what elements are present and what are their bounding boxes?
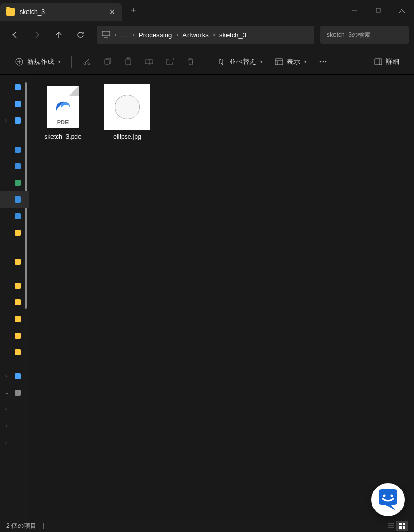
statusbar: 2 個の項目 |	[0, 520, 414, 532]
chevron-right-icon: ›	[5, 440, 7, 445]
sidebar-item[interactable]	[0, 294, 29, 311]
chevron-down-icon: ▾	[58, 59, 61, 64]
sidebar-item[interactable]	[0, 277, 29, 294]
chevron-right-icon: ›	[5, 407, 7, 412]
svg-rect-12	[126, 59, 131, 65]
new-label: 新規作成	[27, 57, 54, 66]
file-thumbnail: PDE	[40, 84, 86, 130]
search-input[interactable]: sketch_3の検索	[320, 26, 409, 44]
svg-point-10	[88, 63, 90, 65]
sidebar-item[interactable]	[0, 311, 29, 327]
svg-rect-30	[403, 526, 405, 529]
breadcrumb-item[interactable]: Processing	[139, 31, 172, 39]
details-view-button[interactable]	[385, 521, 396, 531]
close-window-button[interactable]	[390, 0, 414, 21]
sidebar-item[interactable]	[0, 327, 29, 344]
pde-file-icon: PDE	[47, 86, 79, 128]
file-content-area[interactable]: PDE sketch_3.pde ellipse.jpg	[29, 75, 414, 520]
file-item-image[interactable]: ellipse.jpg	[100, 81, 155, 143]
navigation-sidebar[interactable]: › › ⌄ › › ›	[0, 75, 29, 520]
sidebar-item[interactable]	[0, 141, 29, 158]
new-tab-button[interactable]: +	[122, 0, 145, 21]
chevron-down-icon: ▾	[260, 59, 263, 64]
sidebar-item[interactable]: ›	[0, 418, 29, 434]
sidebar-item[interactable]	[0, 254, 29, 270]
pc-icon	[102, 31, 110, 39]
sidebar-item[interactable]	[0, 175, 29, 191]
refresh-button[interactable]	[71, 25, 90, 44]
file-name: sketch_3.pde	[44, 133, 81, 140]
divider	[71, 56, 72, 68]
svg-point-21	[325, 61, 327, 62]
assistant-badge[interactable]	[371, 483, 405, 516]
image-thumbnail	[104, 84, 150, 130]
sidebar-item[interactable]	[0, 79, 29, 96]
cut-button[interactable]	[77, 53, 97, 71]
sidebar-item[interactable]	[0, 224, 29, 241]
svg-rect-16	[275, 59, 283, 65]
view-label: 表示	[287, 57, 300, 66]
search-placeholder: sketch_3の検索	[327, 31, 370, 39]
svg-point-31	[383, 495, 386, 497]
chevron-right-icon: ›	[5, 423, 7, 429]
sidebar-item[interactable]: ⌄	[0, 384, 29, 401]
forward-button[interactable]	[27, 25, 47, 44]
breadcrumb-overflow[interactable]: …	[121, 31, 128, 39]
sidebar-item[interactable]: ›	[0, 434, 29, 451]
svg-rect-22	[375, 59, 382, 65]
sort-button[interactable]: 並べ替え ▾	[211, 53, 268, 71]
sidebar-item[interactable]: ›	[0, 401, 29, 418]
toolbar: 新規作成 ▾ 並べ替え ▾ 表示 ▾ 詳細	[0, 49, 414, 75]
details-pane-button[interactable]: 詳細	[368, 53, 405, 71]
delete-button[interactable]	[181, 53, 201, 71]
file-name: ellipse.jpg	[113, 133, 141, 140]
sidebar-item[interactable]	[0, 96, 29, 112]
chevron-right-icon: ›	[213, 31, 215, 38]
view-button[interactable]: 表示 ▾	[269, 53, 312, 71]
main-area: › › ⌄ › › › PD	[0, 75, 414, 520]
new-button[interactable]: 新規作成 ▾	[9, 53, 66, 71]
chevron-right-icon: ›	[132, 31, 135, 38]
sidebar-item[interactable]	[0, 208, 29, 224]
item-count: 2 個の項目	[6, 522, 36, 530]
paste-button[interactable]	[118, 53, 138, 71]
chevron-down-icon: ▾	[304, 59, 307, 64]
chevron-right-icon: ›	[114, 31, 116, 38]
sidebar-item[interactable]	[0, 158, 29, 175]
titlebar: sketch_3 ✕ +	[0, 0, 414, 21]
close-tab-icon[interactable]: ✕	[109, 8, 115, 16]
svg-point-32	[391, 495, 393, 497]
sidebar-item[interactable]	[0, 344, 29, 361]
more-button[interactable]	[313, 53, 333, 71]
file-item-pde[interactable]: PDE sketch_3.pde	[35, 81, 90, 143]
file-type-label: PDE	[47, 119, 79, 125]
chevron-down-icon: ⌄	[5, 390, 9, 395]
sidebar-item[interactable]	[0, 191, 29, 208]
svg-rect-4	[102, 31, 110, 36]
rename-button[interactable]	[139, 53, 159, 71]
divider	[206, 56, 206, 68]
breadcrumb-item[interactable]: Artworks	[182, 31, 209, 39]
file-thumbnail	[104, 84, 150, 130]
sidebar-item[interactable]: ›	[0, 368, 29, 384]
chevron-right-icon: ›	[176, 31, 178, 38]
maximize-button[interactable]	[366, 0, 390, 21]
breadcrumb-item[interactable]: sketch_3	[219, 31, 246, 39]
svg-rect-1	[376, 8, 380, 12]
tab-title: sketch_3	[20, 8, 104, 16]
copy-button[interactable]	[98, 53, 117, 71]
svg-rect-11	[105, 59, 109, 64]
sidebar-item[interactable]: ›	[0, 112, 29, 129]
address-bar[interactable]: › … › Processing › Artworks › sketch_3	[97, 26, 314, 44]
up-button[interactable]	[49, 25, 69, 44]
share-button[interactable]	[160, 53, 180, 71]
active-tab[interactable]: sketch_3 ✕	[0, 3, 122, 21]
icons-view-button[interactable]	[396, 521, 408, 531]
folder-icon	[6, 8, 15, 16]
back-button[interactable]	[5, 25, 25, 44]
details-label: 詳細	[386, 57, 399, 66]
minimize-button[interactable]	[342, 0, 366, 21]
navbar: › … › Processing › Artworks › sketch_3 s…	[0, 21, 414, 49]
sort-label: 並べ替え	[229, 57, 256, 66]
svg-rect-29	[399, 526, 402, 529]
